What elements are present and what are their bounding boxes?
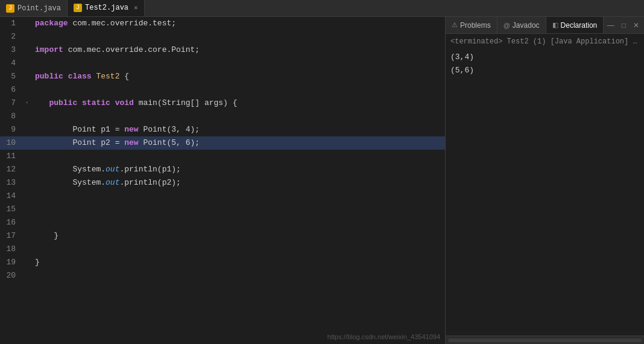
- table-row: 9 Point p1 = new Point(3, 4);: [0, 123, 445, 136]
- table-row: 4: [0, 57, 445, 70]
- tab-point-java[interactable]: J Point.java: [0, 0, 68, 16]
- table-row: 19 }: [0, 256, 445, 269]
- editor-pane[interactable]: 1 package com.mec.override.test; 2 3 imp…: [0, 17, 445, 344]
- table-row: 7 ◦ public static void main(String[] arg…: [0, 97, 445, 110]
- line-number: 17: [0, 229, 22, 243]
- line-gutter: [22, 57, 33, 70]
- console-output-line-1: (3,4): [450, 51, 639, 64]
- line-gutter: [22, 229, 33, 243]
- line-number: 15: [0, 203, 22, 216]
- javadoc-icon: @: [504, 22, 510, 29]
- line-content: }: [33, 229, 445, 243]
- terminated-message: <terminated> Test2 (1) [Java Application…: [450, 37, 639, 46]
- tab-javadoc-label: Javadoc: [513, 21, 540, 30]
- line-number: 20: [0, 269, 22, 282]
- table-row: 12 System.out.println(p1);: [0, 163, 445, 176]
- right-panel-tab-bar: ⚠ Problems @ Javadoc ◧ Declaration — □ ✕: [446, 17, 644, 34]
- line-gutter: [22, 203, 33, 216]
- right-panel: ⚠ Problems @ Javadoc ◧ Declaration — □ ✕…: [445, 17, 644, 344]
- scrollbar-track: [448, 339, 642, 342]
- line-content: Point p2 = new Point(5, 6);: [33, 136, 445, 150]
- line-content: [33, 243, 445, 256]
- line-content: [33, 150, 445, 163]
- watermark-text: https://blog.csdn.net/weixin_43541094: [327, 333, 440, 340]
- tab-test2-java[interactable]: J Test2.java ✕: [68, 0, 145, 16]
- table-row: 5 public class Test2 {: [0, 70, 445, 83]
- line-gutter: [22, 136, 33, 150]
- editor-tab-bar: J Point.java J Test2.java ✕: [0, 0, 644, 17]
- line-gutter: [22, 17, 33, 30]
- table-row: 16: [0, 216, 445, 229]
- line-content: Point p1 = new Point(3, 4);: [33, 123, 445, 136]
- line-gutter: [22, 176, 33, 190]
- line-gutter: [22, 70, 33, 83]
- line-content: public class Test2 {: [33, 70, 445, 83]
- line-gutter: [22, 256, 33, 269]
- minimize-button[interactable]: —: [605, 20, 617, 31]
- table-row: 6: [0, 83, 445, 97]
- line-content: [33, 216, 445, 229]
- line-number: 19: [0, 256, 22, 269]
- line-gutter: ◦: [22, 97, 33, 110]
- line-number: 10: [0, 136, 22, 150]
- table-row: 8: [0, 110, 445, 123]
- java-file-icon-active: J: [74, 4, 82, 12]
- tab-declaration[interactable]: ◧ Declaration: [546, 17, 604, 33]
- line-number: 1: [0, 17, 22, 30]
- table-row: 15: [0, 203, 445, 216]
- maximize-button[interactable]: □: [619, 20, 628, 31]
- line-content: [33, 57, 445, 70]
- table-row: 3 import com.mec.override.core.Point;: [0, 43, 445, 57]
- line-gutter: [22, 123, 33, 136]
- line-gutter: [22, 190, 33, 203]
- line-number: 9: [0, 123, 22, 136]
- line-content: [33, 30, 445, 43]
- console-output-line-2: (5,6): [450, 64, 639, 77]
- tab-label-point: Point.java: [17, 4, 61, 13]
- line-number: 18: [0, 243, 22, 256]
- tab-declaration-label: Declaration: [561, 21, 598, 30]
- line-content: System.out.println(p1);: [33, 163, 445, 176]
- line-gutter: [22, 110, 33, 123]
- line-gutter: [22, 269, 33, 282]
- panel-controls: — □ ✕: [605, 17, 644, 33]
- line-gutter: [22, 43, 33, 57]
- table-row: 14: [0, 190, 445, 203]
- table-row: 2: [0, 30, 445, 43]
- line-content: System.out.println(p2);: [33, 176, 445, 190]
- line-content: [33, 83, 445, 97]
- table-row: 1 package com.mec.override.test;: [0, 17, 445, 30]
- declaration-icon: ◧: [552, 21, 558, 29]
- main-content: 1 package com.mec.override.test; 2 3 imp…: [0, 17, 644, 344]
- horizontal-scrollbar[interactable]: [446, 336, 644, 344]
- line-number: 13: [0, 176, 22, 190]
- java-file-icon: J: [6, 4, 14, 13]
- table-row: 11: [0, 150, 445, 163]
- line-content: [33, 190, 445, 203]
- line-number: 4: [0, 57, 22, 70]
- tab-label-test2: Test2.java: [85, 4, 128, 12]
- code-editor: 1 package com.mec.override.test; 2 3 imp…: [0, 17, 445, 344]
- close-panel-button[interactable]: ✕: [631, 20, 642, 31]
- line-gutter: [22, 83, 33, 97]
- line-number: 2: [0, 30, 22, 43]
- line-number: 6: [0, 83, 22, 97]
- tab-javadoc[interactable]: @ Javadoc: [497, 17, 546, 33]
- tab-problems[interactable]: ⚠ Problems: [446, 17, 497, 33]
- line-number: 8: [0, 110, 22, 123]
- line-gutter: [22, 163, 33, 176]
- line-gutter: [22, 150, 33, 163]
- table-row: 10 Point p2 = new Point(5, 6);: [0, 136, 445, 150]
- line-content: [33, 203, 445, 216]
- line-number: 12: [0, 163, 22, 176]
- line-content: public static void main(String[] args) {: [33, 97, 445, 110]
- tab-close-button[interactable]: ✕: [134, 4, 138, 11]
- line-number: 11: [0, 150, 22, 163]
- table-row: 18: [0, 243, 445, 256]
- line-number: 7: [0, 97, 22, 110]
- line-content: [33, 269, 445, 282]
- line-number: 14: [0, 190, 22, 203]
- line-gutter: [22, 216, 33, 229]
- table-row: 20: [0, 269, 445, 282]
- line-gutter: [22, 243, 33, 256]
